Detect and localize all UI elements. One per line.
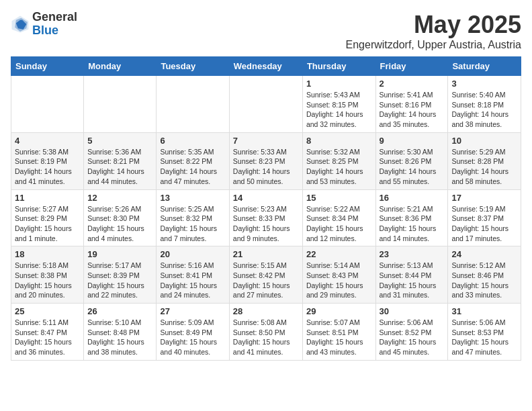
day-info: Sunrise: 5:29 AM Sunset: 8:28 PM Dayligh… [451, 147, 517, 187]
day-number: 27 [160, 306, 225, 316]
day-info: Sunrise: 5:36 AM Sunset: 8:21 PM Dayligh… [87, 147, 152, 187]
calendar-week-1: 1Sunrise: 5:43 AM Sunset: 8:15 PM Daylig… [11, 76, 521, 133]
calendar-cell: 20Sunrise: 5:16 AM Sunset: 8:41 PM Dayli… [157, 246, 229, 304]
weekday-header-tuesday: Tuesday [157, 57, 229, 76]
calendar-cell: 31Sunrise: 5:06 AM Sunset: 8:53 PM Dayli… [448, 304, 521, 361]
day-number: 15 [306, 193, 372, 203]
day-info: Sunrise: 5:26 AM Sunset: 8:30 PM Dayligh… [87, 204, 152, 244]
weekday-header-monday: Monday [84, 57, 157, 76]
day-number: 17 [451, 193, 517, 203]
day-info: Sunrise: 5:07 AM Sunset: 8:51 PM Dayligh… [306, 318, 372, 357]
calendar-cell: 2Sunrise: 5:41 AM Sunset: 8:16 PM Daylig… [375, 76, 448, 133]
day-info: Sunrise: 5:35 AM Sunset: 8:22 PM Dayligh… [160, 147, 225, 187]
day-number: 7 [233, 136, 299, 146]
day-info: Sunrise: 5:16 AM Sunset: 8:41 PM Dayligh… [160, 261, 225, 300]
day-number: 19 [87, 249, 152, 259]
day-info: Sunrise: 5:19 AM Sunset: 8:37 PM Dayligh… [451, 204, 517, 244]
calendar-cell: 15Sunrise: 5:22 AM Sunset: 8:34 PM Dayli… [302, 189, 375, 246]
day-number: 14 [233, 193, 299, 203]
calendar-cell: 12Sunrise: 5:26 AM Sunset: 8:30 PM Dayli… [84, 189, 157, 246]
calendar-cell: 27Sunrise: 5:09 AM Sunset: 8:49 PM Dayli… [157, 304, 229, 361]
day-number: 5 [87, 136, 152, 146]
day-info: Sunrise: 5:13 AM Sunset: 8:44 PM Dayligh… [380, 261, 445, 300]
day-number: 28 [233, 306, 299, 316]
calendar-cell [157, 76, 229, 133]
day-number: 12 [87, 193, 152, 203]
month-title: May 2025 [346, 11, 521, 39]
day-info: Sunrise: 5:15 AM Sunset: 8:42 PM Dayligh… [233, 261, 299, 300]
day-number: 26 [87, 306, 152, 316]
day-number: 21 [233, 249, 299, 259]
day-number: 6 [160, 136, 225, 146]
day-number: 3 [451, 79, 517, 89]
calendar-cell: 21Sunrise: 5:15 AM Sunset: 8:42 PM Dayli… [229, 246, 302, 304]
logo-blue-text: Blue [32, 24, 58, 37]
calendar-cell: 22Sunrise: 5:14 AM Sunset: 8:43 PM Dayli… [302, 246, 375, 304]
calendar-week-4: 18Sunrise: 5:18 AM Sunset: 8:38 PM Dayli… [11, 246, 521, 304]
calendar-week-2: 4Sunrise: 5:38 AM Sunset: 8:19 PM Daylig… [11, 132, 521, 189]
weekday-header-sunday: Sunday [11, 57, 84, 76]
day-info: Sunrise: 5:22 AM Sunset: 8:34 PM Dayligh… [306, 204, 372, 244]
day-number: 10 [451, 136, 517, 146]
day-info: Sunrise: 5:18 AM Sunset: 8:38 PM Dayligh… [15, 261, 80, 300]
calendar-cell: 3Sunrise: 5:40 AM Sunset: 8:18 PM Daylig… [448, 76, 521, 133]
day-info: Sunrise: 5:27 AM Sunset: 8:29 PM Dayligh… [15, 204, 80, 244]
calendar-cell: 18Sunrise: 5:18 AM Sunset: 8:38 PM Dayli… [11, 246, 84, 304]
day-number: 22 [306, 249, 372, 259]
calendar-cell: 30Sunrise: 5:06 AM Sunset: 8:52 PM Dayli… [375, 304, 448, 361]
calendar-cell: 25Sunrise: 5:11 AM Sunset: 8:47 PM Dayli… [11, 304, 84, 361]
location-text: Engerwitzdorf, Upper Austria, Austria [346, 39, 521, 51]
day-info: Sunrise: 5:17 AM Sunset: 8:39 PM Dayligh… [87, 261, 152, 300]
day-info: Sunrise: 5:32 AM Sunset: 8:25 PM Dayligh… [306, 147, 372, 187]
day-number: 24 [451, 249, 517, 259]
day-number: 18 [15, 249, 80, 259]
day-number: 23 [380, 249, 445, 259]
day-number: 31 [451, 306, 517, 316]
day-number: 1 [306, 79, 372, 89]
day-info: Sunrise: 5:09 AM Sunset: 8:49 PM Dayligh… [160, 318, 225, 357]
calendar-cell: 28Sunrise: 5:08 AM Sunset: 8:50 PM Dayli… [229, 304, 302, 361]
day-number: 16 [380, 193, 445, 203]
day-info: Sunrise: 5:25 AM Sunset: 8:32 PM Dayligh… [160, 204, 225, 244]
day-number: 2 [380, 79, 445, 89]
calendar-cell: 1Sunrise: 5:43 AM Sunset: 8:15 PM Daylig… [302, 76, 375, 133]
calendar-cell: 11Sunrise: 5:27 AM Sunset: 8:29 PM Dayli… [11, 189, 84, 246]
day-info: Sunrise: 5:08 AM Sunset: 8:50 PM Dayligh… [233, 318, 299, 357]
day-info: Sunrise: 5:21 AM Sunset: 8:36 PM Dayligh… [380, 204, 445, 244]
calendar-cell: 10Sunrise: 5:29 AM Sunset: 8:28 PM Dayli… [448, 132, 521, 189]
day-info: Sunrise: 5:40 AM Sunset: 8:18 PM Dayligh… [451, 90, 517, 130]
weekday-header-saturday: Saturday [448, 57, 521, 76]
calendar-week-5: 25Sunrise: 5:11 AM Sunset: 8:47 PM Dayli… [11, 304, 521, 361]
calendar-cell: 4Sunrise: 5:38 AM Sunset: 8:19 PM Daylig… [11, 132, 84, 189]
calendar-cell: 17Sunrise: 5:19 AM Sunset: 8:37 PM Dayli… [448, 189, 521, 246]
logo-general-text: General [32, 10, 77, 24]
calendar-cell: 19Sunrise: 5:17 AM Sunset: 8:39 PM Dayli… [84, 246, 157, 304]
calendar-header-row: SundayMondayTuesdayWednesdayThursdayFrid… [11, 57, 521, 76]
calendar-cell: 14Sunrise: 5:23 AM Sunset: 8:33 PM Dayli… [229, 189, 302, 246]
weekday-header-wednesday: Wednesday [229, 57, 302, 76]
calendar-cell: 8Sunrise: 5:32 AM Sunset: 8:25 PM Daylig… [302, 132, 375, 189]
logo: General Blue [11, 11, 77, 38]
day-info: Sunrise: 5:30 AM Sunset: 8:26 PM Dayligh… [380, 147, 445, 187]
day-number: 25 [15, 306, 80, 316]
day-info: Sunrise: 5:12 AM Sunset: 8:46 PM Dayligh… [451, 261, 517, 300]
calendar-cell [229, 76, 302, 133]
day-info: Sunrise: 5:33 AM Sunset: 8:23 PM Dayligh… [233, 147, 299, 187]
calendar-cell: 23Sunrise: 5:13 AM Sunset: 8:44 PM Dayli… [375, 246, 448, 304]
day-info: Sunrise: 5:38 AM Sunset: 8:19 PM Dayligh… [15, 147, 80, 187]
title-block: May 2025 Engerwitzdorf, Upper Austria, A… [346, 11, 521, 51]
calendar-week-3: 11Sunrise: 5:27 AM Sunset: 8:29 PM Dayli… [11, 189, 521, 246]
day-info: Sunrise: 5:43 AM Sunset: 8:15 PM Dayligh… [306, 90, 372, 130]
weekday-header-thursday: Thursday [302, 57, 375, 76]
calendar-cell: 13Sunrise: 5:25 AM Sunset: 8:32 PM Dayli… [157, 189, 229, 246]
day-number: 4 [15, 136, 80, 146]
calendar-cell: 29Sunrise: 5:07 AM Sunset: 8:51 PM Dayli… [302, 304, 375, 361]
calendar-cell [84, 76, 157, 133]
day-info: Sunrise: 5:23 AM Sunset: 8:33 PM Dayligh… [233, 204, 299, 244]
day-number: 20 [160, 249, 225, 259]
calendar-cell: 7Sunrise: 5:33 AM Sunset: 8:23 PM Daylig… [229, 132, 302, 189]
day-info: Sunrise: 5:06 AM Sunset: 8:52 PM Dayligh… [380, 318, 445, 357]
day-number: 11 [15, 193, 80, 203]
day-info: Sunrise: 5:11 AM Sunset: 8:47 PM Dayligh… [15, 318, 80, 357]
calendar-cell: 5Sunrise: 5:36 AM Sunset: 8:21 PM Daylig… [84, 132, 157, 189]
